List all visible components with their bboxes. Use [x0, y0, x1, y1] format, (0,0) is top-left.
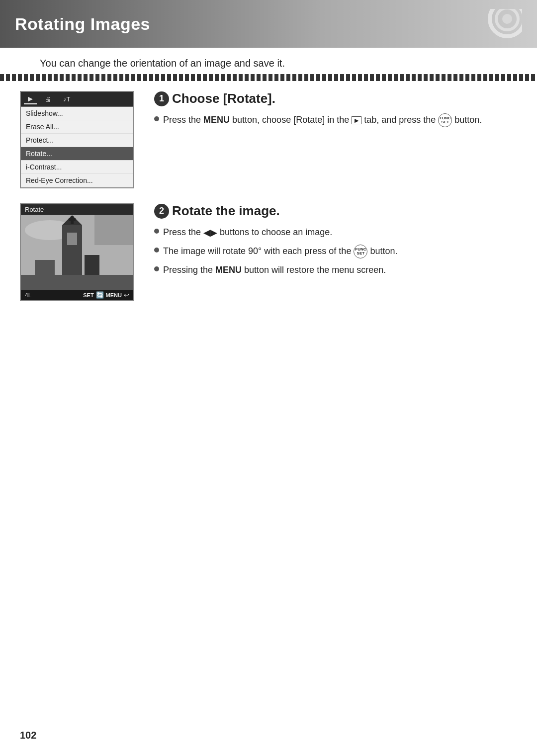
- step2-bullet1: Press the ◀▶ buttons to choose an image.: [154, 226, 517, 240]
- step1-row: ▶ 🖨 ♪T Slideshow... Erase All... Protect…: [20, 91, 517, 188]
- svg-point-2: [502, 14, 512, 24]
- svg-rect-12: [35, 260, 55, 275]
- page-number: 102: [20, 730, 36, 741]
- back-arrow: ↩: [124, 291, 129, 299]
- step2-bullet3-text: Pressing the MENU button will restore th…: [163, 263, 386, 277]
- rotate-screen-image: [21, 215, 133, 290]
- svg-rect-10: [21, 275, 133, 290]
- step2-bullets: Press the ◀▶ buttons to choose an image.…: [154, 226, 517, 277]
- svg-rect-13: [94, 215, 133, 245]
- step1-bullet1: Press the MENU button, choose [Rotate] i…: [154, 113, 517, 127]
- step2-content: 2 Rotate the image. Press the ◀▶ buttons…: [154, 203, 517, 282]
- step2-bullet2-text: The image will rotate 90° with each pres…: [163, 245, 397, 258]
- func-set-btn-2: FUNC SET: [354, 245, 367, 258]
- step2-bullet2: The image will rotate 90° with each pres…: [154, 245, 517, 258]
- step1-bullets: Press the MENU button, choose [Rotate] i…: [154, 113, 517, 127]
- step1-content: 1 Choose [Rotate]. Press the MENU button…: [154, 91, 517, 132]
- page-header: Rotating Images: [0, 0, 537, 48]
- bullet-dot-1: [154, 229, 159, 234]
- subtitle-text: You can change the orientation of an ima…: [20, 48, 517, 74]
- tab-print: 🖨: [41, 94, 55, 104]
- header-decoration: [472, 9, 522, 39]
- bullet-dot-3: [154, 266, 159, 271]
- bullet-dot-2: [154, 248, 159, 252]
- camera-tabs: ▶ 🖨 ♪T: [21, 92, 133, 107]
- stripe-divider: [0, 74, 537, 81]
- menu-bold-2: MENU: [215, 265, 242, 275]
- tab-sound: ♪T: [59, 94, 74, 104]
- step2-number: 2: [154, 204, 169, 219]
- tab-play: ▶: [24, 94, 37, 104]
- step2-row: Rotate: [20, 203, 517, 301]
- step2-bullet1-text: Press the ◀▶ buttons to choose an image.: [163, 226, 332, 240]
- camera-menu-screen: ▶ 🖨 ♪T Slideshow... Erase All... Protect…: [20, 91, 134, 188]
- main-content: ▶ 🖨 ♪T Slideshow... Erase All... Protect…: [0, 91, 537, 301]
- menu-label: MENU: [106, 292, 122, 298]
- menu-erase-all: Erase All...: [21, 120, 133, 134]
- step1-bullet1-text: Press the MENU button, choose [Rotate] i…: [163, 113, 482, 127]
- step1-heading: 1 Choose [Rotate].: [154, 91, 517, 106]
- camera-rotate-screen: Rotate: [20, 203, 134, 301]
- menu-protect: Protect...: [21, 134, 133, 147]
- svg-rect-9: [69, 218, 76, 221]
- step1-number: 1: [154, 91, 169, 106]
- menu-redeye: Red-Eye Correction...: [21, 174, 133, 187]
- menu-icontrast: i-Contrast...: [21, 161, 133, 174]
- step2-heading: 2 Rotate the image.: [154, 203, 517, 219]
- set-label: SET: [83, 292, 93, 298]
- camera-menu-list: Slideshow... Erase All... Protect... Rot…: [21, 107, 133, 187]
- size-indicator: 4L: [25, 292, 31, 299]
- camera-screen-step1: ▶ 🖨 ♪T Slideshow... Erase All... Protect…: [20, 91, 134, 188]
- play-tab-icon: ▶: [352, 116, 361, 124]
- page-title: Rotating Images: [15, 14, 150, 34]
- func-set-btn: FUNC SET: [438, 113, 452, 127]
- rotate-screen-bottom: 4L SET 🔄 MENU ↩: [21, 290, 133, 300]
- svg-rect-7: [67, 233, 77, 245]
- menu-slideshow: Slideshow...: [21, 107, 133, 120]
- menu-rotate: Rotate...: [21, 147, 133, 161]
- rotate-icon: 🔄: [96, 291, 104, 299]
- svg-rect-11: [85, 255, 99, 275]
- lr-arrow-icon: ◀▶: [203, 228, 217, 238]
- camera-rotate-screen-wrap: Rotate: [20, 203, 134, 301]
- step2-bullet3: Pressing the MENU button will restore th…: [154, 263, 517, 277]
- bullet-dot: [154, 116, 159, 121]
- menu-label-bold: MENU: [203, 115, 230, 125]
- rotate-screen-label: Rotate: [21, 204, 133, 215]
